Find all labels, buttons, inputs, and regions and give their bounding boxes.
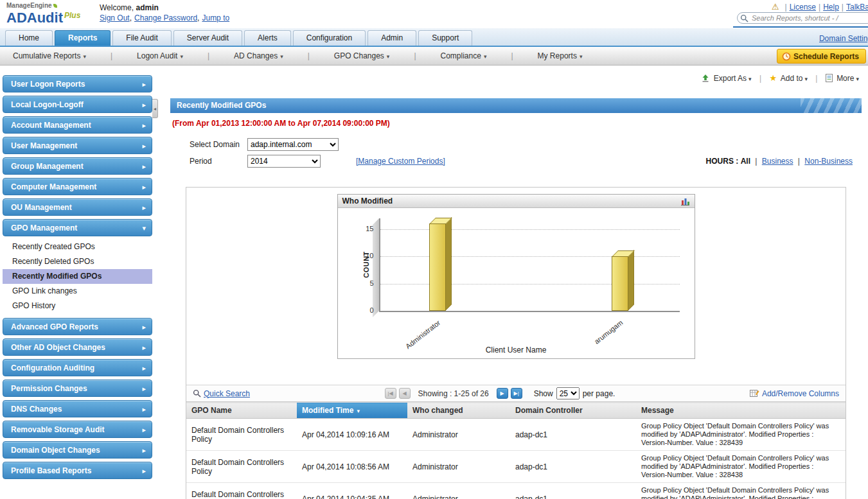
search-input[interactable]: [737, 12, 868, 24]
first-page-button[interactable]: |◀: [385, 388, 396, 399]
sidebar-item-ou-management[interactable]: OU Management▸: [3, 198, 152, 216]
more-button[interactable]: More▾: [826, 74, 859, 83]
export-as-button[interactable]: Export As▾: [702, 74, 754, 83]
hours-all: All: [741, 157, 750, 166]
sidebar-item-other-ad-object-changes[interactable]: Other AD Object Changes▸: [3, 338, 152, 356]
talkback-link[interactable]: TalkBack: [846, 3, 868, 12]
nav-ad-changes[interactable]: AD Changes▾: [234, 51, 283, 60]
sidebar-item-user-logon-reports[interactable]: User Logon Reports▸: [3, 75, 152, 92]
hours-non-business-link[interactable]: Non-Business: [804, 157, 853, 166]
quick-search-button[interactable]: Quick Search: [193, 389, 250, 398]
table-row[interactable]: Default Domain Controllers Policy Apr 04…: [186, 419, 846, 451]
manage-custom-periods-link[interactable]: [Manage Custom Periods]: [356, 157, 445, 166]
help-link[interactable]: Help: [823, 3, 839, 12]
sidebar-item-label: Computer Management: [11, 182, 96, 191]
domain-settings-link[interactable]: Domain Settings: [819, 34, 868, 43]
license-link[interactable]: License: [790, 3, 816, 12]
chart-gridline: [380, 229, 680, 230]
tab-file-audit[interactable]: File Audit: [112, 30, 171, 46]
sidebar-item-label: Domain Object Changes: [11, 446, 100, 455]
tab-alerts[interactable]: Alerts: [244, 30, 291, 46]
cell-domain-controller: adap-dc1: [510, 451, 636, 483]
nav-logon-audit[interactable]: Logon Audit▾: [137, 51, 183, 60]
sidebar-subitem-recently-modified-gpos[interactable]: Recently Modified GPOs: [3, 269, 152, 284]
sidebar-item-computer-management[interactable]: Computer Management▸: [3, 178, 152, 195]
table-row[interactable]: Default Domain Controllers Policy Apr 04…: [186, 451, 846, 483]
schedule-reports-button[interactable]: Schedule Reports: [777, 49, 866, 64]
column-header-gpo-name[interactable]: GPO Name: [186, 403, 297, 419]
chart-ytick-label: 15: [357, 225, 374, 232]
sidebar-item-profile-based-reports[interactable]: Profile Based Reports▸: [3, 462, 152, 479]
chart-bar-administrator[interactable]: [429, 223, 446, 311]
sidebar-item-label: Other AD Object Changes: [11, 343, 105, 352]
nav-compliance[interactable]: Compliance▾: [441, 51, 487, 60]
column-header-domain-controller[interactable]: Domain Controller: [510, 403, 636, 419]
sort-desc-icon: ▾: [357, 408, 360, 414]
chevron-right-icon: ▸: [142, 380, 146, 397]
add-to-button[interactable]: ★ Add to▾: [769, 74, 810, 83]
table-row[interactable]: Default Domain Controllers Policy Apr 04…: [186, 483, 846, 499]
sidebar-item-label: User Management: [11, 141, 77, 150]
sign-out-link[interactable]: Sign Out: [100, 13, 130, 22]
nav-cumulative-reports[interactable]: Cumulative Reports▾: [13, 51, 86, 60]
sidebar-item-dns-changes[interactable]: DNS Changes▸: [3, 400, 152, 417]
chart-wall: [373, 218, 379, 317]
sidebar-collapse-handle[interactable]: ◂: [152, 99, 158, 118]
app-logo[interactable]: ManageEngine ADAuditPlus: [6, 2, 80, 24]
sidebar-item-label: Advanced GPO Reports: [11, 322, 98, 331]
chevron-right-icon: ▸: [142, 339, 146, 356]
domain-select[interactable]: adap.internal.com: [247, 138, 339, 151]
sidebar-item-domain-object-changes[interactable]: Domain Object Changes▸: [3, 441, 152, 459]
show-label: Show: [534, 389, 553, 398]
sidebar-subitem-recently-created-gpos[interactable]: Recently Created GPOs: [3, 240, 152, 254]
sidebar-item-advanced-gpo-reports[interactable]: Advanced GPO Reports▸: [3, 318, 152, 335]
nav-gpo-changes[interactable]: GPO Changes▾: [334, 51, 390, 60]
nav-my-reports[interactable]: My Reports▾: [538, 51, 583, 60]
chart-bar-face: [628, 250, 634, 311]
cell-domain-controller: adap-dc1: [510, 419, 636, 451]
tab-reports[interactable]: Reports: [55, 30, 111, 46]
column-header-who-changed[interactable]: Who changed: [407, 403, 510, 419]
last-page-button[interactable]: ▶|: [511, 388, 522, 399]
nav-label: My Reports: [538, 51, 577, 60]
sidebar-item-gpo-management[interactable]: GPO Management▾: [3, 219, 152, 236]
content-area: User Logon Reports▸ Local Logon-Logoff▸ …: [0, 66, 868, 499]
sidebar-item-account-management[interactable]: Account Management▸: [3, 116, 152, 134]
chart-type-icon[interactable]: [680, 197, 690, 206]
tab-home[interactable]: Home: [5, 30, 53, 46]
cell-modified-time: Apr 04,2014 10:09:16 AM: [297, 419, 407, 451]
report-title: Recently Modified GPOs: [177, 101, 266, 110]
welcome-text: Welcome, admin: [100, 3, 159, 12]
sidebar-item-local-logon-logoff[interactable]: Local Logon-Logoff▸: [3, 96, 152, 113]
tab-configuration[interactable]: Configuration: [293, 30, 366, 46]
sidebar-subitem-gpo-history[interactable]: GPO History: [3, 299, 152, 313]
prev-page-button[interactable]: ◀: [399, 388, 411, 399]
sidebar-subitem-gpo-link-changes[interactable]: GPO Link changes: [3, 284, 152, 299]
report-title-bar: Recently Modified GPOs: [170, 98, 862, 113]
tab-server-audit[interactable]: Server Audit: [173, 30, 242, 46]
page-size-select[interactable]: 25: [556, 387, 580, 399]
hours-business-link[interactable]: Business: [762, 157, 793, 166]
add-remove-columns-button[interactable]: Add/Remove Columns: [750, 389, 839, 398]
chevron-down-icon: ▾: [180, 53, 183, 60]
sidebar-item-configuration-auditing[interactable]: Configuration Auditing▸: [3, 359, 152, 376]
next-page-button[interactable]: ▶: [497, 388, 508, 399]
change-password-link[interactable]: Change Password: [134, 13, 197, 22]
sidebar-item-permission-changes[interactable]: Permission Changes▸: [3, 380, 152, 397]
column-header-modified-time[interactable]: Modified Time▾: [297, 403, 407, 419]
chart-bar-arumugam[interactable]: [612, 256, 628, 311]
period-select[interactable]: 2014: [247, 155, 321, 168]
sidebar-item-group-management[interactable]: Group Management▸: [3, 157, 152, 175]
jump-to-link[interactable]: Jump to: [202, 13, 229, 22]
sidebar-item-user-management[interactable]: User Management▸: [3, 137, 152, 154]
chart-body: COUNT Client User Name 051015Administrat…: [338, 208, 695, 358]
chevron-down-icon: ▾: [83, 53, 86, 60]
tab-support[interactable]: Support: [418, 30, 472, 46]
sidebar-item-removable-storage-audit[interactable]: Removable Storage Audit▸: [3, 421, 152, 438]
tab-admin[interactable]: Admin: [368, 30, 416, 46]
column-header-message[interactable]: Message: [636, 403, 846, 419]
warning-icon[interactable]: ⚠: [772, 2, 779, 12]
chart-panel: Who Modified COUNT Client User Name 0510…: [337, 194, 695, 359]
sidebar-subitem-recently-deleted-gpos[interactable]: Recently Deleted GPOs: [3, 254, 152, 269]
chart-title-bar: Who Modified: [338, 195, 695, 208]
